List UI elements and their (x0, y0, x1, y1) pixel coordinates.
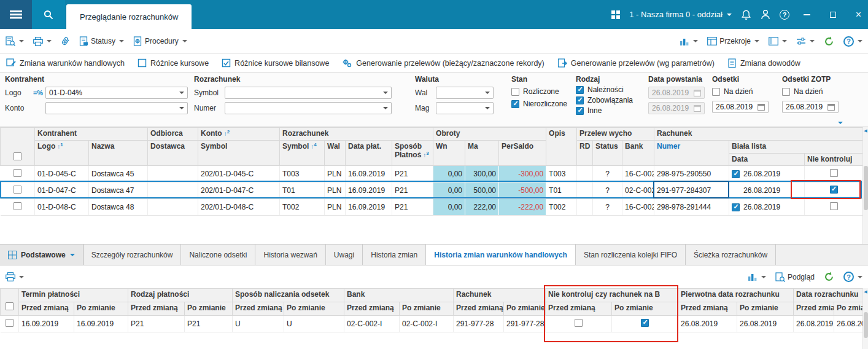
detail-chart-button[interactable] (748, 272, 766, 281)
cell-bank[interactable]: 16-C-002- (622, 199, 654, 216)
nie-kontroluj-checkbox[interactable] (830, 169, 838, 177)
procedury-button[interactable]: Procedury (133, 36, 187, 46)
checkbox[interactable] (576, 96, 584, 104)
company-selector[interactable]: 1 - Nasza firma 0 - oddział (629, 10, 732, 19)
group-header-data-rozrachunku[interactable]: Data rozrachunku (794, 289, 863, 302)
row-select-cell[interactable] (1, 199, 35, 216)
odsetki-na-dzien-checkbox[interactable]: Na dzień (712, 87, 777, 96)
col-header-data-plat[interactable]: Data płat. (346, 141, 392, 166)
detail-select-all-header[interactable] (1, 289, 19, 316)
biala-lista-checkbox[interactable] (732, 203, 740, 211)
cell-status[interactable]: ? (593, 166, 622, 182)
cell-konto[interactable]: 202/01-D-045-C (198, 166, 280, 182)
col-header-nazwa[interactable]: Nazwa (89, 141, 148, 166)
col-header-wn[interactable]: Wn (433, 141, 465, 166)
cell-dostawca[interactable] (148, 166, 198, 182)
action-generowanie-przelewow-parametry[interactable]: Generowanie przelewów (wg parametrów) (557, 58, 715, 68)
col-header-logo[interactable]: Logo↑1 (35, 141, 89, 166)
refresh-button[interactable] (824, 36, 834, 47)
cell-bank-po[interactable]: 02-C-002-I (400, 316, 454, 332)
group-header-konto[interactable]: Konto↑2 (198, 128, 280, 141)
nie-kontroluj-po-checkbox[interactable] (641, 319, 649, 327)
col-header-po-zmianie[interactable]: Po zmianie (834, 302, 863, 316)
row-checkbox[interactable] (14, 169, 21, 177)
cell-data-plat[interactable]: 16.09.2019 (346, 182, 392, 199)
group-header-kontrahent[interactable]: Kontrahent (35, 128, 148, 141)
cell-sposob[interactable]: P21 (392, 166, 433, 182)
symbol-filter-combo[interactable] (225, 87, 392, 99)
logo-operator[interactable]: =% (31, 89, 45, 96)
cell-symbol[interactable]: T002 (280, 199, 325, 216)
tab-historia-zmian[interactable]: Historia zmian (363, 245, 426, 265)
col-header-ma[interactable]: Ma (465, 141, 499, 166)
col-header-rd[interactable]: RD (577, 141, 593, 166)
col-header-przed-zmiana[interactable]: Przed zmianą (19, 302, 74, 316)
cell-wal[interactable]: PLN (325, 166, 346, 182)
select-all-header[interactable] (1, 128, 35, 166)
col-header-przed-zmiana[interactable]: Przed zmianą (454, 302, 504, 316)
cell-rachunek-przed[interactable]: 291-977-28 (454, 316, 504, 332)
cell-bank[interactable]: 16-C-002- (622, 166, 654, 182)
table-row-selected[interactable]: 01-D-047-C Dostawca 47 202/01-D-047-C T0… (1, 182, 863, 199)
cell-nazwa[interactable]: Dostawca 47 (89, 182, 148, 199)
user-icon[interactable] (761, 9, 770, 20)
col-header-sposob-platnosci[interactable]: Sposób Płatnoś↑3 (392, 141, 433, 166)
action-roznice-kursowe[interactable]: Różnice kursowe (138, 58, 209, 68)
minimize-button[interactable] (799, 0, 815, 29)
cell-logo[interactable]: 01-D-045-C (35, 166, 89, 182)
col-header-po-zmianie[interactable]: Po zmianie (504, 302, 546, 316)
maximize-button[interactable] (824, 0, 841, 29)
podstawowe-button[interactable]: Podstawowe (0, 245, 83, 265)
group-header-termin-platnosci[interactable]: Termin płatności (19, 289, 128, 302)
cell-rodzaj-po[interactable]: P21 (185, 316, 233, 332)
group-header-rachunek[interactable]: Rachunek (454, 289, 546, 302)
select-all-checkbox[interactable] (6, 302, 14, 310)
cell-ma[interactable]: 500,00 (465, 182, 499, 199)
cell-bank-przed[interactable]: 02-C-002-I (344, 316, 400, 332)
col-header-przed-zmiana[interactable]: Przed zmianą (344, 302, 400, 316)
cell-symbol[interactable]: T01 (280, 182, 325, 199)
col-header-numer[interactable]: Numer (654, 141, 729, 166)
cell-wn[interactable]: 0,00 (433, 199, 465, 216)
checkbox[interactable] (576, 107, 584, 115)
statusy-button[interactable]: Statusy (79, 36, 124, 46)
cell-biala-lista-data[interactable]: 26.08.2019 (729, 166, 805, 182)
group-header-rodzaj-platnosci[interactable]: Rodzaj płatności (128, 289, 233, 302)
col-header-po-zmianie[interactable]: Po zmianie (400, 302, 454, 316)
naleznosci-checkbox[interactable]: Należności (576, 85, 648, 94)
cell-logo[interactable]: 01-D-048-C (35, 199, 89, 216)
col-header-po-zmianie[interactable]: Po zmianie (284, 302, 344, 316)
scrollbar-thumb[interactable] (864, 312, 868, 338)
col-header-po-zmianie[interactable]: Po zmianie (737, 302, 794, 316)
cell-persaldo[interactable]: -300,00 (499, 166, 546, 182)
col-header-nie-kontroluj[interactable]: Nie kontroluj (805, 154, 863, 166)
layout-button[interactable] (769, 37, 787, 45)
nie-kontroluj-przed-checkbox[interactable] (575, 319, 583, 327)
help-icon[interactable]: ? (780, 10, 789, 20)
cell-nazwa[interactable]: Dostawca 45 (89, 166, 148, 182)
cell-sposob[interactable]: P21 (392, 199, 433, 216)
data-powstania-od-field[interactable]: 26.08.2019 (648, 87, 705, 99)
col-header-dostawca[interactable]: Dostawca (148, 141, 198, 166)
detail-refresh-button[interactable] (824, 272, 834, 282)
checkbox[interactable] (782, 88, 790, 96)
tab-uwagi[interactable]: Uwagi (326, 245, 363, 265)
group-header-rozrachunek[interactable]: Rozrachunek (280, 128, 433, 141)
group-header-przelew[interactable]: Przelew wycho (577, 128, 654, 141)
col-header-bank[interactable]: Bank (622, 141, 654, 166)
cell-rodzaj-przed[interactable]: P21 (128, 316, 185, 332)
action-generowanie-przelewow-biezacy[interactable]: Generowanie przelewów (bieżący/zaznaczon… (342, 58, 544, 68)
cell-persaldo[interactable]: -222,00 (499, 199, 546, 216)
table-row[interactable]: 01-D-045-C Dostawca 45 202/01-D-045-C T0… (1, 166, 863, 182)
scrollbar-thumb[interactable] (864, 166, 868, 210)
data-powstania-do-field[interactable]: 26.08.2019 (648, 102, 705, 114)
detail-grid-scrollbar[interactable]: ◀ (862, 288, 868, 349)
cell-rachunek-po[interactable]: 291-977-28 (504, 316, 546, 332)
row-checkbox[interactable] (6, 319, 14, 327)
cell-status[interactable]: ? (593, 199, 622, 216)
group-header-bank[interactable]: Bank (344, 289, 454, 302)
close-button[interactable]: × (850, 0, 867, 29)
cell-pierwotna-po[interactable]: 26.08.2019 (737, 316, 794, 332)
col-header-przed-zmiana[interactable]: Przed zmianą (546, 302, 612, 316)
logo-filter-combo[interactable]: 01-D-04% (45, 87, 188, 99)
